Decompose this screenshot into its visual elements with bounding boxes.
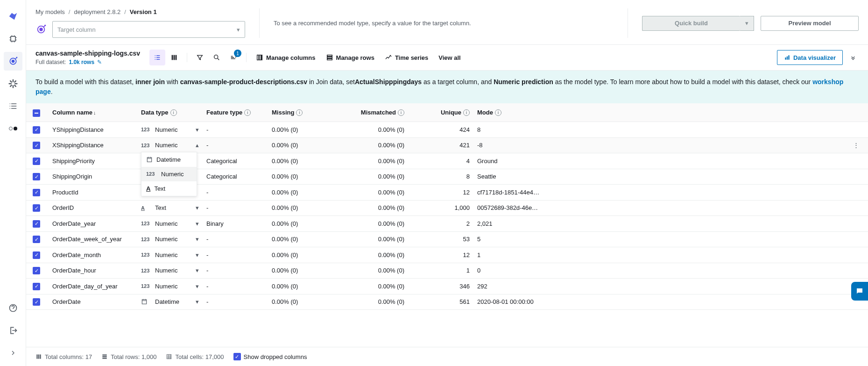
dtype-icon: 123 — [141, 127, 152, 132]
view-list-button[interactable] — [149, 50, 165, 65]
breadcrumb-item[interactable]: deployment 2.8.2 — [74, 8, 120, 15]
time-series-button[interactable]: Time series — [380, 50, 433, 65]
chevron-icon: ▾ — [196, 204, 199, 211]
data-type-select[interactable]: AText▾ — [141, 204, 199, 211]
select-all-checkbox[interactable] — [33, 109, 40, 117]
manage-columns-button[interactable]: Manage columns — [251, 50, 320, 65]
chevron-icon: ▾ — [196, 267, 199, 274]
table-row[interactable]: OrderIDAText▾-0.00% (0)0.00% (0)1,000005… — [26, 200, 868, 216]
svg-rect-17 — [787, 57, 788, 60]
header-data-type[interactable]: Data type — [141, 109, 169, 116]
data-type-select[interactable]: 123Numeric▾ — [141, 236, 199, 243]
info-icon[interactable]: i — [398, 109, 404, 116]
data-type-select[interactable]: 123Numeric▾ — [141, 126, 199, 133]
logo-icon[interactable] — [4, 7, 22, 26]
nav-expand[interactable] — [4, 344, 22, 362]
svg-rect-13 — [327, 55, 332, 57]
mismatched-cell: 0.00% (0) — [343, 122, 408, 138]
dataset-rows-link[interactable]: 1.0k rows — [69, 59, 94, 65]
row-checkbox[interactable] — [33, 267, 40, 274]
search-button[interactable] — [209, 50, 225, 65]
row-checkbox[interactable] — [33, 283, 40, 290]
column-name-cell: OrderDate — [49, 294, 137, 310]
chevron-icon: ▾ — [196, 251, 199, 258]
info-icon[interactable]: i — [463, 109, 470, 116]
edit-icon[interactable]: ✎ — [97, 59, 102, 65]
info-icon[interactable]: i — [495, 109, 501, 116]
table-row[interactable]: XShippingDistance123Numeric▴Datetime123N… — [26, 137, 868, 153]
table-row[interactable]: OrderDate_week_of_year123Numeric▾-0.00% … — [26, 231, 868, 247]
show-dropped-checkbox[interactable] — [233, 353, 241, 360]
svg-rect-14 — [327, 57, 332, 58]
quick-build-caret[interactable]: ▾ — [740, 16, 754, 31]
header-mode[interactable]: Mode — [477, 109, 493, 116]
row-checkbox[interactable] — [33, 158, 40, 165]
data-type-select[interactable]: 123Numeric▾ — [141, 267, 199, 274]
table-row[interactable]: OrderDate_year123Numeric▾Binary0.00% (0)… — [26, 216, 868, 232]
header-feature-type[interactable]: Feature type — [206, 109, 242, 116]
breadcrumb-item[interactable]: My models — [35, 8, 65, 15]
row-checkbox[interactable] — [33, 126, 40, 134]
show-dropped-label: Show dropped columns — [244, 353, 307, 360]
row-checkbox[interactable] — [33, 298, 40, 306]
data-type-select[interactable]: 123Numeric▾ — [141, 251, 199, 258]
footer-bar: Total columns: 17 Total rows: 1,000 Tota… — [26, 347, 868, 366]
row-checkbox[interactable] — [33, 142, 40, 149]
expand-panel-button[interactable] — [847, 52, 859, 63]
data-visualizer-button[interactable]: Data visualizer — [777, 50, 843, 65]
feature-type-cell: - — [203, 279, 268, 294]
nav-chip[interactable] — [4, 29, 22, 48]
target-column-select[interactable]: Target column ▾ — [52, 21, 245, 38]
nav-list[interactable] — [4, 97, 22, 115]
info-banner: To build a model with this dataset, inne… — [26, 71, 868, 103]
dropdown-item-numeric[interactable]: 123Numeric — [141, 167, 197, 181]
header-mismatched[interactable]: Mismatched — [361, 109, 396, 116]
nav-logout[interactable] — [4, 321, 22, 340]
dtype-dropdown[interactable]: Datetime123NumericAText — [141, 152, 197, 196]
chevron-icon: ▴ — [196, 142, 199, 149]
header-unique[interactable]: Unique — [441, 109, 461, 116]
row-checkbox[interactable] — [33, 236, 40, 243]
dropdown-item-datetime[interactable]: Datetime — [141, 152, 197, 167]
info-icon[interactable]: i — [170, 109, 177, 116]
mode-cell: 0 — [473, 263, 849, 279]
table-row[interactable]: OrderDate_day_of_year123Numeric▾-0.00% (… — [26, 279, 868, 294]
feature-type-cell: - — [203, 122, 268, 138]
dropdown-item-text[interactable]: AText — [141, 181, 197, 196]
row-checkbox[interactable] — [33, 204, 40, 212]
header-column-name[interactable]: Column name↓ — [52, 109, 96, 116]
mismatched-cell: 0.00% (0) — [343, 231, 408, 247]
row-checkbox[interactable] — [33, 220, 40, 228]
view-grid-button[interactable] — [166, 50, 182, 65]
unique-cell: 346 — [408, 279, 473, 294]
nav-toggle[interactable] — [4, 119, 22, 138]
row-actions-button[interactable]: ⋮ — [853, 142, 859, 149]
table-row[interactable]: YShippingDistance123Numeric▾-0.00% (0)0.… — [26, 122, 868, 138]
table-row[interactable]: OrderDate_month123Numeric▾-0.00% (0)0.00… — [26, 247, 868, 263]
filter-button[interactable] — [192, 50, 208, 65]
feature-type-cell: - — [203, 247, 268, 263]
preview-model-button[interactable]: Preview model — [761, 16, 859, 31]
row-checkbox[interactable] — [33, 251, 40, 259]
info-icon[interactable]: i — [244, 109, 251, 116]
svg-rect-18 — [788, 55, 789, 59]
header-missing[interactable]: Missing — [272, 109, 294, 116]
nav-help[interactable] — [4, 299, 22, 317]
nav-target[interactable] — [4, 52, 22, 71]
data-type-select[interactable]: 123Numeric▾ — [141, 283, 199, 290]
data-type-select[interactable]: 123Numeric▴ — [141, 142, 199, 149]
quick-build-button[interactable]: Quick build ▾ — [642, 16, 754, 31]
info-icon[interactable]: i — [296, 109, 303, 116]
nav-star[interactable] — [4, 74, 22, 93]
svg-rect-16 — [785, 57, 786, 60]
manage-rows-button[interactable]: Manage rows — [321, 50, 379, 65]
data-type-select[interactable]: Datetime▾ — [141, 298, 199, 306]
row-checkbox[interactable] — [33, 173, 40, 180]
row-checkbox[interactable] — [33, 189, 40, 196]
table-row[interactable]: OrderDate_hour123Numeric▾-0.00% (0)0.00%… — [26, 263, 868, 279]
view-all-button[interactable]: View all — [434, 50, 465, 65]
chat-fab[interactable] — [851, 282, 868, 301]
table-row[interactable]: OrderDateDatetime▾-0.00% (0)0.00% (0)561… — [26, 294, 868, 310]
sort-button[interactable]: 1 — [226, 50, 241, 65]
data-type-select[interactable]: 123Numeric▾ — [141, 220, 199, 227]
